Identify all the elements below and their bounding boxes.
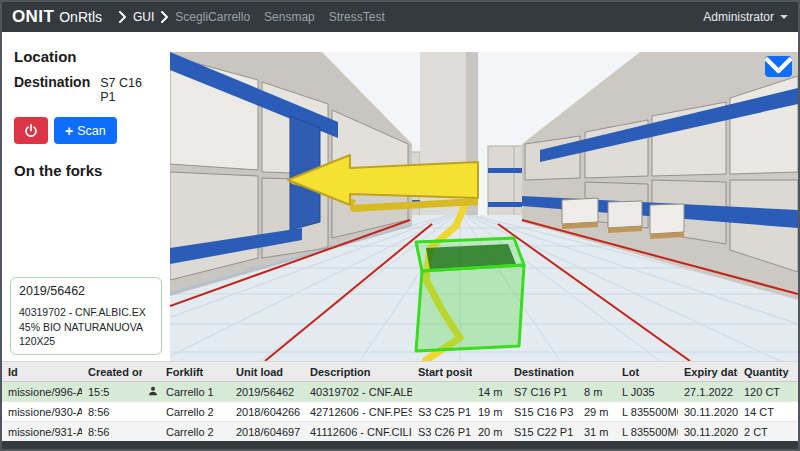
nav-item-stresstest[interactable]: StressTest: [329, 10, 385, 24]
mission-row[interactable]: missione/931-A 8:56 Carrello 2 2018/6046…: [2, 422, 798, 442]
scan-button[interactable]: + Scan: [54, 117, 117, 144]
mission-row[interactable]: missione/930-A 8:56 Carrello 2 2018/6042…: [2, 402, 798, 422]
chevron-right-icon: [161, 11, 168, 23]
nav-item-sensmap[interactable]: Sensmap: [264, 10, 315, 24]
user-menu[interactable]: Administrator: [703, 10, 788, 24]
warehouse-3d-scene: [170, 52, 798, 361]
cell-user-icon: [142, 402, 160, 422]
destination-label: Destination: [14, 74, 90, 90]
cell-lot: L J035: [616, 382, 678, 402]
cell-forklift: Carrello 1: [160, 382, 230, 402]
cell-expiry-date: 30.11.2020: [678, 422, 738, 442]
cell-forklift: Carrello 2: [160, 402, 230, 422]
missions-table: Id Created on Forklift Unit load Descrip…: [2, 361, 798, 442]
brand-link[interactable]: ONIT OnRtls: [12, 7, 102, 27]
warehouse-3d-view[interactable]: [170, 52, 798, 361]
col-header-start-position[interactable]: Start position: [412, 362, 472, 382]
power-icon: [24, 124, 38, 138]
target-location-box: [416, 238, 524, 351]
col-header-forklift[interactable]: Forklift: [160, 362, 230, 382]
chevron-down-icon: [765, 56, 792, 77]
cell-start-distance: 14 m: [472, 382, 508, 402]
col-header-destination[interactable]: Destination: [508, 362, 578, 382]
location-title: Location: [14, 48, 158, 65]
plus-icon: +: [65, 123, 73, 139]
cell-user-icon: [142, 382, 160, 402]
cell-lot: L 835500M06: [616, 402, 678, 422]
user-menu-label: Administrator: [703, 10, 774, 24]
cell-start-position: [412, 382, 472, 402]
sidebar: Location Destination S7 C16 P1 + Scan On…: [2, 32, 170, 361]
cell-description: 42712606 - CNF.PESCA EX 1: [304, 402, 412, 422]
cell-id: missione/931-A: [2, 422, 82, 442]
cell-destination-distance: 29 m: [578, 402, 616, 422]
scan-button-label: Scan: [77, 124, 106, 138]
cell-description: 41112606 - CNF.CILIE.EX12: [304, 422, 412, 442]
col-header-id[interactable]: Id: [2, 362, 82, 382]
fork-load-card[interactable]: 2019/56462 40319702 - CNF.ALBIC.EX 45% B…: [10, 277, 162, 355]
cell-quantity: 2 CT: [738, 422, 798, 442]
cell-forklift: Carrello 2: [160, 422, 230, 442]
cell-start-position: S3 C26 P1: [412, 422, 472, 442]
operator-icon: [148, 386, 158, 396]
fork-unit-load: 2019/56462: [19, 284, 153, 298]
cell-quantity: 14 CT: [738, 402, 798, 422]
col-header-lot[interactable]: Lot: [616, 362, 678, 382]
cell-destination-distance: 8 m: [578, 382, 616, 402]
top-navbar: ONIT OnRtls GUI ScegliCarrello Sensmap S…: [2, 2, 798, 32]
onit-logo: ONIT: [12, 7, 54, 27]
on-forks-title: On the forks: [14, 162, 158, 179]
cell-expiry-date: 30.11.2020: [678, 402, 738, 422]
cell-destination: S7 C16 P1: [508, 382, 578, 402]
cell-expiry-date: 27.1.2022: [678, 382, 738, 402]
footer-bar: [2, 441, 798, 449]
col-header-unit-load[interactable]: Unit load: [230, 362, 304, 382]
app-name: OnRtls: [59, 9, 102, 25]
cell-id: missione/996-A: [2, 382, 82, 402]
col-header-created-on[interactable]: Created on: [82, 362, 142, 382]
missions-table-container: Id Created on Forklift Unit load Descrip…: [2, 361, 798, 441]
mission-row[interactable]: missione/996-A 15:5 Carrello 1 2019/5646…: [2, 382, 798, 402]
caret-down-icon: [780, 15, 788, 19]
cell-destination-distance: 31 m: [578, 422, 616, 442]
cell-id: missione/930-A: [2, 402, 82, 422]
col-header-expiry-date[interactable]: Expiry date: [678, 362, 738, 382]
cell-destination: S15 C22 P1: [508, 422, 578, 442]
cell-created-on: 15:5: [82, 382, 142, 402]
app-window: ONIT OnRtls GUI ScegliCarrello Sensmap S…: [0, 0, 800, 451]
cell-created-on: 8:56: [82, 422, 142, 442]
cell-unit-load: 2018/604697: [230, 422, 304, 442]
col-header-destination-distance: [578, 362, 616, 382]
cell-unit-load: 2019/56462: [230, 382, 304, 402]
destination-row: Destination S7 C16 P1: [14, 74, 158, 104]
cell-quantity: 120 CT: [738, 382, 798, 402]
cell-user-icon: [142, 422, 160, 442]
col-header-description[interactable]: Description: [304, 362, 412, 382]
fork-description: 40319702 - CNF.ALBIC.EX 45% BIO NATURANU…: [19, 305, 153, 348]
panel-collapse-button[interactable]: [765, 56, 792, 77]
cell-start-distance: 19 m: [472, 402, 508, 422]
col-header-start-distance: [472, 362, 508, 382]
table-header-row: Id Created on Forklift Unit load Descrip…: [2, 362, 798, 382]
destination-value: S7 C16 P1: [100, 76, 158, 104]
chevron-right-icon: [119, 11, 126, 23]
cell-start-position: S3 C25 P1: [412, 402, 472, 422]
cell-created-on: 8:56: [82, 402, 142, 422]
nav-item-gui[interactable]: GUI: [133, 10, 154, 24]
col-header-user-icon: [142, 362, 160, 382]
sidebar-actions: + Scan: [14, 117, 158, 144]
cell-destination: S15 C16 P3: [508, 402, 578, 422]
cell-lot: L 835500M60: [616, 422, 678, 442]
cell-unit-load: 2018/604266: [230, 402, 304, 422]
cell-description: 40319702 - CNF.ALBIC.EX 4: [304, 382, 412, 402]
cell-start-distance: 20 m: [472, 422, 508, 442]
power-button[interactable]: [14, 117, 48, 144]
col-header-quantity[interactable]: Quantity: [738, 362, 798, 382]
nav-item-sceglicarrello[interactable]: ScegliCarrello: [175, 10, 250, 24]
